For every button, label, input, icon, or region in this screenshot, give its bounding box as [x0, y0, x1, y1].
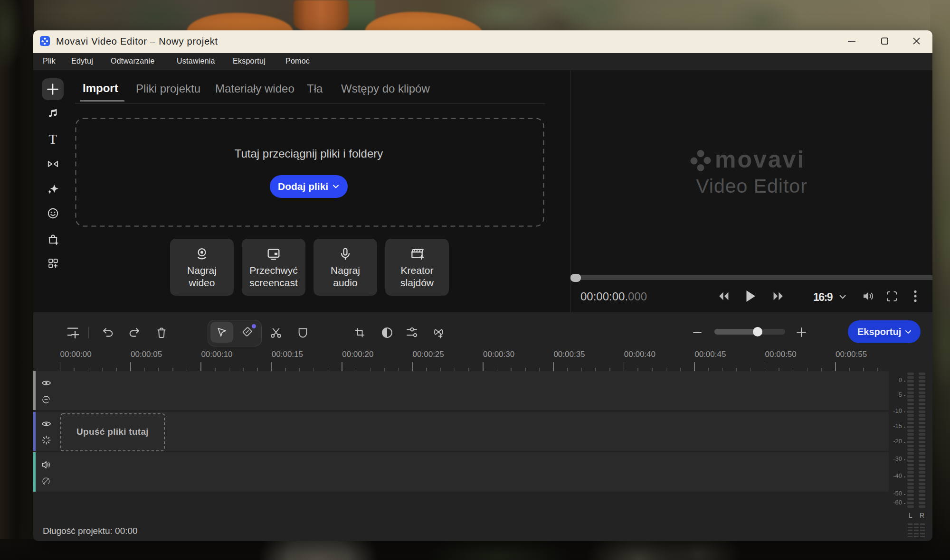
svg-text:movavi: movavi: [715, 149, 805, 172]
